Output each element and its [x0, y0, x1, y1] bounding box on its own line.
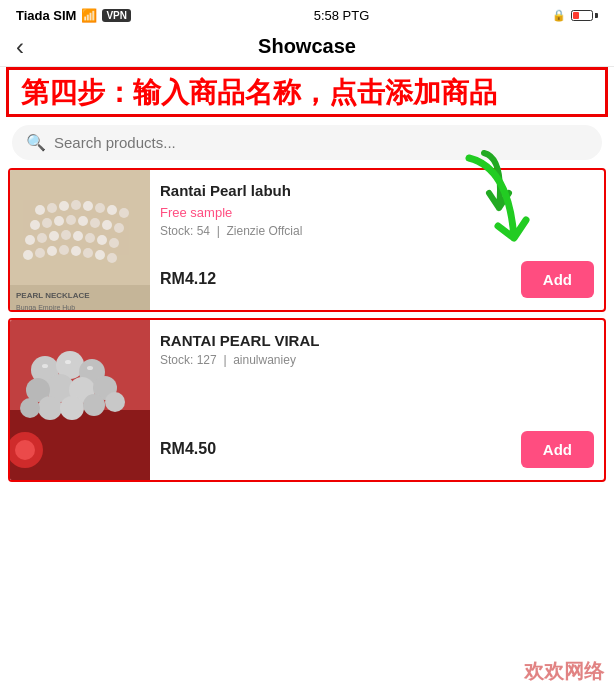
product-name-1: Rantai Pearl labuh — [160, 182, 594, 199]
svg-point-19 — [49, 231, 59, 241]
vpn-badge: VPN — [102, 9, 131, 22]
svg-point-15 — [102, 220, 112, 230]
product-image-2 — [10, 320, 150, 480]
svg-point-21 — [73, 231, 83, 241]
svg-point-9 — [30, 220, 40, 230]
product-footer-2: RM4.50 Add — [160, 431, 594, 468]
svg-point-23 — [97, 235, 107, 245]
product-card-2: RANTAI PEARL VIRAL Stock: 127 | ainulwan… — [8, 318, 606, 482]
product-card-wrapper-1: PEARL NECKLACE Bunga Empire Hub Rantai P… — [0, 168, 614, 312]
svg-point-27 — [47, 246, 57, 256]
pearl-necklace-visual-1: PEARL NECKLACE Bunga Empire Hub — [10, 170, 150, 310]
product-image-1: PEARL NECKLACE Bunga Empire Hub — [10, 170, 150, 310]
pearl-svg-1: PEARL NECKLACE Bunga Empire Hub — [10, 170, 150, 310]
svg-point-46 — [60, 396, 84, 420]
svg-point-51 — [42, 364, 48, 368]
svg-point-11 — [54, 216, 64, 226]
svg-point-17 — [25, 235, 35, 245]
search-bar[interactable]: 🔍 — [12, 125, 602, 160]
svg-point-14 — [90, 218, 100, 228]
svg-point-54 — [15, 440, 35, 460]
app-container: Tiada SIM 📶 VPN 5:58 PTG 🔒 ‹ Showcase 第四… — [0, 0, 614, 699]
seller-label-1: Zienzie Offcial — [227, 224, 303, 238]
status-left: Tiada SIM 📶 VPN — [16, 8, 131, 23]
product-footer-1: RM4.12 Add — [160, 261, 594, 298]
stock-label-1: Stock: 54 — [160, 224, 210, 238]
svg-point-45 — [38, 396, 62, 420]
seller-label-2: ainulwaniey — [233, 353, 296, 367]
time-label: 5:58 PTG — [314, 8, 370, 23]
svg-point-47 — [83, 394, 105, 416]
svg-text:PEARL NECKLACE: PEARL NECKLACE — [16, 291, 90, 300]
svg-point-3 — [59, 201, 69, 211]
back-button[interactable]: ‹ — [16, 33, 24, 61]
stock-label-2: Stock: 127 — [160, 353, 217, 367]
svg-text:Bunga Empire Hub: Bunga Empire Hub — [16, 304, 75, 310]
wifi-icon: 📶 — [81, 8, 97, 23]
svg-point-49 — [105, 392, 125, 412]
product-list: PEARL NECKLACE Bunga Empire Hub Rantai P… — [0, 168, 614, 482]
product-info-2: RANTAI PEARL VIRAL Stock: 127 | ainulwan… — [150, 320, 604, 480]
svg-point-30 — [83, 248, 93, 258]
annotation-box: 第四步：输入商品名称，点击添加商品 — [6, 67, 608, 117]
product-meta-2: Stock: 127 | ainulwaniey — [160, 353, 594, 367]
svg-point-32 — [107, 253, 117, 263]
svg-point-20 — [61, 230, 71, 240]
carrier-label: Tiada SIM — [16, 8, 76, 23]
svg-point-50 — [65, 360, 71, 364]
svg-point-4 — [71, 200, 81, 210]
watermark: 欢欢网络 — [524, 658, 604, 685]
search-icon: 🔍 — [26, 133, 46, 152]
svg-point-8 — [119, 208, 129, 218]
product-info-1: Rantai Pearl labuh Free sample Stock: 54… — [150, 170, 604, 310]
svg-point-28 — [59, 245, 69, 255]
svg-point-1 — [35, 205, 45, 215]
svg-point-25 — [23, 250, 33, 260]
product-card-1: PEARL NECKLACE Bunga Empire Hub Rantai P… — [8, 168, 606, 312]
battery-icon — [571, 10, 598, 21]
svg-point-16 — [114, 223, 124, 233]
svg-point-48 — [20, 398, 40, 418]
add-button-1[interactable]: Add — [521, 261, 594, 298]
product-card-wrapper-2: RANTAI PEARL VIRAL Stock: 127 | ainulwan… — [0, 318, 614, 482]
svg-point-7 — [107, 205, 117, 215]
svg-point-18 — [37, 233, 47, 243]
add-button-2[interactable]: Add — [521, 431, 594, 468]
product-price-1: RM4.12 — [160, 270, 216, 288]
battery-fill — [573, 12, 579, 19]
svg-point-5 — [83, 201, 93, 211]
annotation-text: 第四步：输入商品名称，点击添加商品 — [21, 76, 593, 110]
svg-point-10 — [42, 218, 52, 228]
product-name-2: RANTAI PEARL VIRAL — [160, 332, 594, 349]
svg-point-2 — [47, 203, 57, 213]
svg-point-6 — [95, 203, 105, 213]
product-meta-1: Stock: 54 | Zienzie Offcial — [160, 224, 594, 238]
svg-point-13 — [78, 216, 88, 226]
lock-icon: 🔒 — [552, 9, 566, 22]
svg-point-26 — [35, 248, 45, 258]
pearl-svg-2 — [10, 320, 150, 480]
page-title: Showcase — [258, 35, 356, 58]
status-bar: Tiada SIM 📶 VPN 5:58 PTG 🔒 — [0, 0, 614, 27]
status-right: 🔒 — [552, 9, 598, 22]
search-input[interactable] — [54, 134, 588, 151]
product-price-2: RM4.50 — [160, 440, 216, 458]
free-sample-badge-1: Free sample — [160, 205, 232, 220]
battery-body — [571, 10, 593, 21]
svg-point-12 — [66, 215, 76, 225]
svg-point-29 — [71, 246, 81, 256]
battery-tip — [595, 13, 598, 18]
svg-point-31 — [95, 250, 105, 260]
svg-point-52 — [87, 366, 93, 370]
svg-point-22 — [85, 233, 95, 243]
nav-bar: ‹ Showcase — [0, 27, 614, 67]
svg-point-24 — [109, 238, 119, 248]
